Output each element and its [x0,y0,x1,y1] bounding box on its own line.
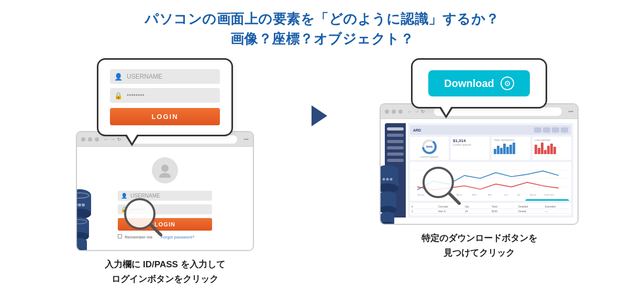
rbar1 [535,145,537,154]
bar2 [497,146,499,154]
svg-point-0 [161,165,169,172]
main-title: パソコンの画面上の要素を「どのように認識」するか？ 画像？座標？オブジェクト？ [145,9,499,49]
download-label-callout: Download [444,78,494,90]
robot-figure-right [380,151,420,225]
callout-bubble-left: 👤 USERNAME 🔒 •••••••• LOGIN [97,58,233,136]
rbar4 [544,150,547,154]
table-row-1: 1 Item A 24 $240 Details — [412,209,570,214]
col-total: Total [492,205,516,208]
nav-forward-right: → [414,109,419,114]
nav-back: ← [104,137,108,142]
login-button-callout[interactable]: LOGIN [110,108,220,125]
callout-bubble-right: Download ⊙ [411,58,547,108]
browser-content-right: ARD [381,119,578,224]
stat-box-2: $1,314 Lorem ipsum [451,137,490,160]
nav-forward: → [110,137,115,142]
bar7 [513,143,515,154]
download-button-callout[interactable]: Download ⊙ [428,70,530,96]
right-section: Download ⊙ ← → ↻ ••• [343,58,615,259]
browser-icons-right: ••• [244,137,249,142]
browser-dot5 [392,110,396,114]
nav-reload: ↻ [117,137,121,142]
stat-box-3: Year dynamics [492,137,530,160]
browser-address-left [130,135,237,144]
username-input-callout: 👤 USERNAME [110,69,220,84]
lock-icon-callout: 🔒 [114,91,123,100]
caption-left: 入力欄に ID/PASS を入力して ログインボタンをクリック [105,257,225,286]
sidebar-item-4 [387,146,404,149]
svg-text:July: July [517,193,521,196]
bar3 [500,148,503,154]
avatar-circle [152,157,178,183]
caption-left-line2: ログインボタンをクリック [105,272,225,286]
password-dots-callout: •••••••• [127,92,145,99]
dash-header-right [534,127,568,133]
stat-box-4: Last period [532,137,571,160]
stat1-val: 54% [426,145,432,148]
col-qty: Qty [465,205,490,208]
svg-point-15 [82,203,85,207]
nav-reload-right: ↻ [421,109,425,114]
svg-point-43 [386,178,389,181]
browser-mockup-left: ← → ↻ ••• [76,131,254,251]
nav-back-right: ← [407,109,412,114]
svg-line-46 [450,194,459,203]
svg-point-16 [125,199,154,229]
svg-marker-18 [312,105,327,126]
sidebar-item-1 [387,127,404,131]
browser-dot1 [81,137,85,142]
dash-stats-row: 54% Lorem ipsum $1,314 Lorem ipsum [410,137,571,160]
dash-user-btn[interactable] [561,127,568,133]
browser-dot2 [88,137,92,142]
bar6 [509,145,512,154]
forgot-password-link[interactable]: Forgot password? [161,235,194,240]
rbar6 [550,144,553,154]
left-section: 👤 USERNAME 🔒 •••••••• LOGIN [29,58,301,286]
caption-right: 特定のダウンロードボタンを 見つけてクリック [421,231,537,259]
dash-search-btn[interactable] [534,127,541,133]
dash-settings-btn[interactable] [552,127,559,133]
download-button-browser[interactable]: Download ⊙ [525,199,569,201]
svg-text:April: April [472,193,476,196]
content-row: 👤 USERNAME 🔒 •••••••• LOGIN [10,58,634,299]
title-line2: 画像？座標？オブジェクト？ [145,29,499,49]
rbar3 [541,143,543,154]
cell-1-6: — [545,210,570,213]
password-input-callout: 🔒 •••••••• [110,88,220,103]
page-wrapper: パソコンの画面上の要素を「どのように認識」するか？ 画像？座標？オブジェクト？ … [0,0,644,304]
cell-1-3: 24 [465,210,490,213]
username-label-callout: USERNAME [127,73,162,80]
robot-figure-left [76,175,114,251]
svg-point-1 [159,173,171,178]
browser-dot3 [95,137,99,142]
stat-circle-1: 54% [421,138,438,155]
cell-1-4: $240 [492,210,516,213]
browser-dot4 [385,110,389,114]
svg-text:May: May [488,193,492,196]
stat2-label: Lorem ipsum [453,143,487,146]
svg-point-45 [424,168,453,197]
magnifier-left [121,196,163,240]
title-line1: パソコンの画面上の要素を「どのように認識」するか？ [145,9,499,29]
magnifier-right [420,164,462,208]
caption-left-line1: 入力欄に ID/PASS を入力して [105,257,225,272]
download-circle-icon: ⊙ [501,77,514,90]
login-form-callout: 👤 USERNAME 🔒 •••••••• LOGIN [110,69,220,125]
dashboard-title: ARD [413,128,421,132]
browser-dot6 [398,110,403,114]
cell-1-2: Item A [438,210,463,213]
col-eyended: Eyended [545,205,570,208]
svg-text:June: June [504,193,508,196]
arrow-middle [301,100,343,132]
browser-menu-dots-right: ••• [569,109,573,114]
dash-download-btn-header[interactable] [543,127,550,133]
caption-right-line1: 特定のダウンロードボタンを [421,231,537,245]
browser-content-left: 👤 USERNAME 🔒 •••••••• LOGIN Remember me [77,147,253,250]
svg-text:September: September [544,193,554,196]
browser-mockup-right: ← → ↻ ••• [380,103,579,225]
rbar2 [538,148,540,154]
bar-chart-4 [535,142,569,154]
bar4 [503,144,506,154]
sidebar-item-3 [387,140,404,143]
svg-point-14 [78,203,81,207]
